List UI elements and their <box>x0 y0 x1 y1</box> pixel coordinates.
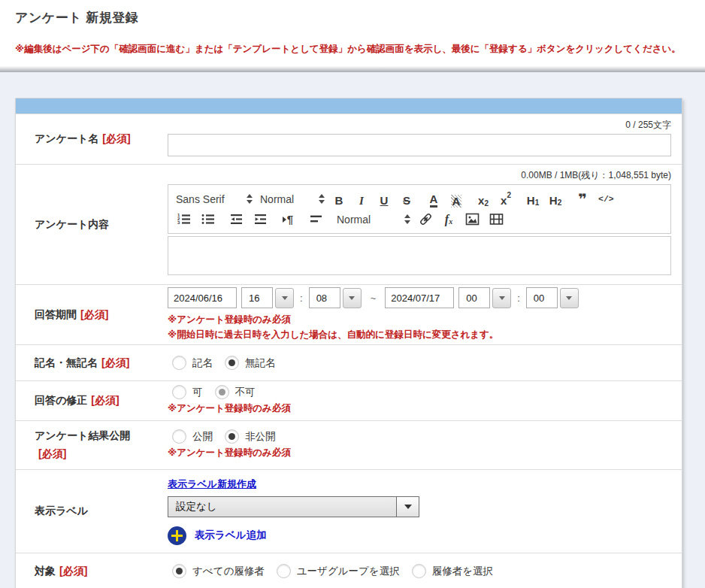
display-label-select[interactable]: 設定なし <box>168 496 419 517</box>
row-answer-edit: 回答の修正 [必須] 可不可 ※アンケート登録時のみ必須 <box>16 380 682 420</box>
dropdown-arrow-icon[interactable] <box>343 288 362 308</box>
survey-name-label-cell: アンケート名 [必須] <box>16 114 168 164</box>
period-note-1: ※アンケート登録時のみ必須 <box>168 313 671 327</box>
create-display-label-link[interactable]: 表示ラベル新規作成 <box>168 477 256 491</box>
video-icon[interactable] <box>489 211 504 228</box>
radio-label: すべての履修者 <box>192 565 265 578</box>
radio-option[interactable]: 記名 <box>172 356 213 370</box>
radio-button[interactable] <box>172 564 186 578</box>
required-badge: [必須] <box>59 562 87 580</box>
display-label-label: 表示ラベル <box>35 502 88 520</box>
header-1-icon[interactable]: H1 <box>526 191 540 208</box>
row-survey-name: アンケート名 [必須] 0 / 255文字 <box>16 114 682 164</box>
indent-icon[interactable] <box>253 211 268 228</box>
row-survey-content: アンケート内容 0.00MB / 1MB(残り：1,048,551 byte) … <box>16 164 682 284</box>
radio-option[interactable]: 非公開 <box>225 429 276 444</box>
header-divider <box>0 66 705 72</box>
editor-toolbar-row-1: Sans Serif Normal B I U S <box>176 189 663 209</box>
survey-content-label: アンケート内容 <box>35 216 109 234</box>
outdent-icon[interactable] <box>228 211 244 228</box>
radio-option[interactable]: 無記名 <box>225 356 276 370</box>
radio-button[interactable] <box>412 564 426 578</box>
line-height-select[interactable]: Normal <box>337 211 418 229</box>
survey-name-input[interactable] <box>168 134 671 156</box>
required-badge: [必須] <box>101 354 129 372</box>
align-icon[interactable] <box>308 211 323 228</box>
font-select-value: Sans Serif <box>176 193 242 205</box>
anonymity-radio-group: 記名無記名 <box>168 356 671 370</box>
tilde-separator: ~ <box>371 292 377 304</box>
image-icon[interactable] <box>464 211 480 228</box>
page-header: アンケート 新規登録 ※編集後はページ下の「確認画面に進む」または「テンプレート… <box>0 0 705 66</box>
dropdown-arrow-icon[interactable] <box>396 497 419 517</box>
required-badge: [必須] <box>91 392 119 410</box>
result-publish-label-cell: アンケート結果公開 [必須] <box>16 421 168 469</box>
radio-button[interactable] <box>172 429 186 444</box>
start-hour-combo <box>241 287 294 308</box>
row-target: 対象 [必須] すべての履修者ユーザグループを選択履修者を選択 <box>16 553 682 588</box>
radio-option[interactable]: 可 <box>172 385 203 399</box>
text-color-icon[interactable]: A <box>430 193 438 208</box>
bullet-list-icon[interactable] <box>200 211 215 228</box>
add-display-label-button[interactable]: 表示ラベル追加 <box>168 526 266 545</box>
anonymity-label: 記名・無記名 <box>35 354 98 372</box>
header-2-icon[interactable]: H2 <box>549 191 562 208</box>
updown-arrows-icon <box>247 194 253 204</box>
formula-icon[interactable]: fx <box>442 211 455 228</box>
required-badge: [必須] <box>80 306 108 324</box>
radio-button[interactable] <box>215 385 229 399</box>
link-icon[interactable] <box>418 211 433 228</box>
radio-button[interactable] <box>277 564 291 578</box>
end-hour-input[interactable] <box>458 287 490 308</box>
radio-label: 可 <box>192 386 203 399</box>
start-date-input[interactable] <box>168 287 237 308</box>
dropdown-arrow-icon[interactable] <box>560 288 579 308</box>
answer-period-label-cell: 回答期間 [必須] <box>16 285 168 344</box>
updown-arrows-icon <box>404 214 410 224</box>
radio-option[interactable]: 公開 <box>172 429 213 444</box>
end-date-input[interactable] <box>385 287 454 308</box>
header-size-select[interactable]: Normal <box>260 190 332 208</box>
editor-toolbar-row-2: 123 <box>176 209 663 229</box>
editor-content-area[interactable] <box>168 236 671 275</box>
radio-button[interactable] <box>225 356 239 370</box>
radio-button[interactable] <box>172 356 186 370</box>
bold-icon[interactable]: B <box>332 191 346 208</box>
survey-content-label-cell: アンケート内容 <box>16 165 168 284</box>
radio-button[interactable] <box>172 385 186 399</box>
radio-option[interactable]: すべての履修者 <box>172 564 265 578</box>
dropdown-arrow-icon[interactable] <box>275 288 294 308</box>
radio-option[interactable]: 履修者を選択 <box>412 564 493 578</box>
strikethrough-icon[interactable]: S <box>400 191 413 208</box>
start-hour-input[interactable] <box>241 287 273 308</box>
start-minute-input[interactable] <box>309 287 340 308</box>
row-answer-period: 回答期間 [必須] : ~ <box>16 284 682 344</box>
subscript-icon[interactable]: x2 <box>477 191 490 208</box>
ordered-list-icon[interactable]: 123 <box>176 211 191 228</box>
survey-form-card: アンケート名 [必須] 0 / 255文字 アンケート内容 0.00MB / 1… <box>15 98 682 588</box>
target-radio-group: すべての履修者ユーザグループを選択履修者を選択 <box>168 564 671 578</box>
radio-option[interactable]: 不可 <box>215 385 256 399</box>
plus-icon[interactable] <box>168 526 186 545</box>
text-direction-icon[interactable]: ¶ <box>281 211 295 228</box>
end-minute-combo <box>526 287 579 308</box>
dropdown-arrow-icon[interactable] <box>492 288 511 308</box>
font-select[interactable]: Sans Serif <box>176 190 260 208</box>
result-publish-label: アンケート結果公開 <box>35 427 130 445</box>
background-color-icon[interactable]: A <box>451 195 462 208</box>
end-minute-input[interactable] <box>526 287 558 308</box>
page-warning-text: ※編集後はページ下の「確認画面に進む」または「テンプレートとして登録」から確認画… <box>15 43 690 56</box>
blockquote-icon[interactable]: ❞ <box>576 191 589 208</box>
superscript-icon[interactable]: x2 <box>499 191 513 208</box>
required-badge: [必須] <box>102 130 130 148</box>
code-block-icon[interactable]: </> <box>598 191 614 208</box>
radio-button[interactable] <box>225 429 239 444</box>
row-anonymity: 記名・無記名 [必須] 記名無記名 <box>16 344 682 380</box>
row-display-label: 表示ラベル 表示ラベル新規作成 設定なし 表示ラベル追加 <box>16 469 682 553</box>
display-label-select-value: 設定なし <box>168 500 396 514</box>
italic-icon[interactable]: I <box>355 191 368 208</box>
radio-label: 履修者を選択 <box>432 565 493 578</box>
colon-separator: : <box>300 292 303 304</box>
underline-icon[interactable]: U <box>377 191 391 208</box>
radio-option[interactable]: ユーザグループを選択 <box>277 564 400 578</box>
